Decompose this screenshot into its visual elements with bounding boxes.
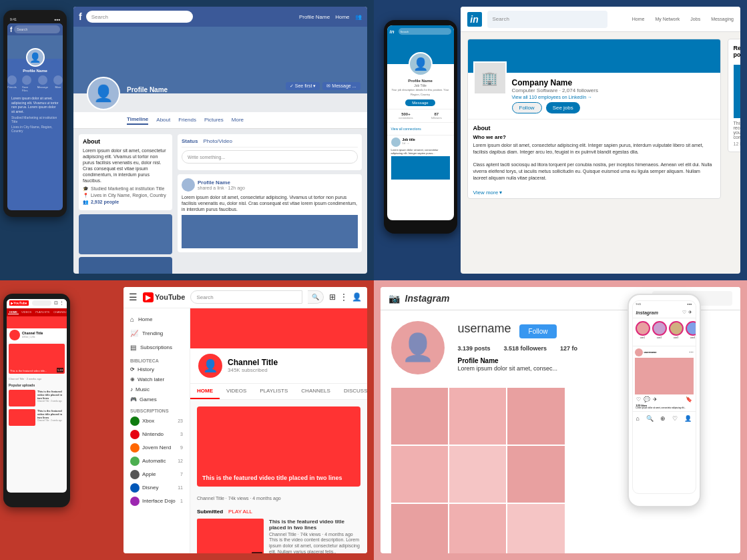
yt-menu-icon[interactable]: ☰ (129, 292, 138, 302)
yt-tab-home[interactable]: HOME (190, 384, 220, 399)
ig-phone-story-3[interactable]: user3 (669, 321, 684, 343)
fb-nav-home[interactable]: Home (335, 14, 349, 20)
yt-sidebar-home[interactable]: ⌂ Home (123, 312, 190, 326)
yt-phone-nav-channels[interactable]: CHANNELS (52, 310, 67, 314)
fb-tab-pictures[interactable]: Pictures (204, 117, 224, 124)
yt-phone-subs: 435k | 1,6k (22, 335, 43, 338)
fb-phone-search[interactable]: Search (17, 27, 27, 31)
yt-tab-discussion[interactable]: DISCUSSION (337, 384, 367, 399)
ig-phone-comment-icon[interactable]: 💬 (644, 396, 650, 402)
fb-tab-about[interactable]: About (156, 117, 170, 124)
ig-grid-item-2[interactable] (449, 388, 506, 445)
yt-phone-cast-icon[interactable]: ⊡ (54, 300, 58, 306)
li-phone-connections-link[interactable]: View all connections (387, 125, 454, 132)
yt-phone-video-item-2[interactable]: This is the featured video title placed … (7, 408, 67, 427)
yt-games-item[interactable]: 🎮 Games (123, 394, 190, 404)
ig-grid-item-8[interactable] (449, 504, 506, 553)
ig-grid-item-6[interactable] (507, 446, 564, 503)
yt-music-item[interactable]: ♪ Music (123, 384, 190, 394)
li-phone-search[interactable]: Search (401, 30, 409, 33)
li-search-input[interactable]: Search (487, 11, 607, 28)
li-nav-messaging[interactable]: Messaging (711, 17, 734, 21)
fb-write-input[interactable]: Write something... (182, 150, 358, 164)
yt-tab-videos[interactable]: VIDEOS (220, 384, 253, 399)
li-nav-network[interactable]: My Network (655, 17, 680, 21)
yt-phone-featured-video[interactable]: This is the featured video title... 5:19 (9, 344, 65, 374)
yt-sub-automatic[interactable]: Automatic 12 (123, 455, 190, 468)
ig-phone-bookmark-icon[interactable]: 🔖 (686, 396, 692, 402)
ig-phone-like-icon[interactable]: ♡ (636, 396, 641, 402)
fb-friends-btn[interactable]: ✓ See first ▾ (286, 82, 320, 90)
yt-play-all-btn[interactable]: PLAY ALL (228, 509, 252, 515)
yt-phone-search[interactable] (32, 300, 51, 306)
yt-sub-xbox[interactable]: Xbox 23 (123, 414, 190, 428)
ig-profile-avatar: 👤 (391, 321, 445, 374)
yt-sub-disney-avatar (130, 483, 140, 493)
yt-sub-interfacedojo[interactable]: Interface Dojo 1 (123, 495, 190, 508)
li-post-image (734, 65, 741, 118)
li-nav-jobs[interactable]: Jobs (690, 17, 700, 21)
ig-phone-send-icon[interactable]: ✈ (688, 310, 692, 315)
li-nav-home[interactable]: Home (632, 17, 645, 21)
li-jobs-btn[interactable]: See jobs (546, 102, 580, 113)
yt-tab-channels[interactable]: CHANNELS (294, 384, 337, 399)
yt-games-label: Games (140, 396, 157, 402)
fb-friends-icon[interactable]: 👥 (355, 14, 362, 20)
yt-search-btn[interactable]: 🔍 (308, 290, 324, 304)
li-phone-message-btn[interactable]: Message (405, 99, 435, 106)
yt-sidebar-trending[interactable]: 📈 Trending (123, 326, 190, 340)
ig-phone-share-icon[interactable]: ✈ (653, 396, 658, 402)
fb-photo-label[interactable]: Photo/Video (203, 138, 232, 144)
yt-search-input[interactable]: Search (190, 290, 302, 304)
ig-grid-item-1[interactable] (391, 388, 448, 445)
yt-upload-icon[interactable]: ⊞ (329, 292, 336, 302)
yt-sub-nintendo[interactable]: Nintendo 3 (123, 428, 190, 441)
yt-phone-nav-playlists[interactable]: PLAYLISTS (34, 310, 51, 314)
ig-phone-nav-search[interactable]: 🔍 (646, 415, 654, 422)
li-employees-link[interactable]: View all 110 employees on LinkedIn → (512, 95, 593, 99)
ig-phone-story-2[interactable]: user2 (652, 321, 667, 343)
yt-phone-more-icon[interactable]: ⋮ (59, 300, 64, 306)
ig-phone-story-avatar-2 (652, 321, 667, 336)
ig-grid-item-5[interactable] (449, 446, 506, 503)
yt-phone-nav-videos[interactable]: VIDEOS (20, 310, 33, 314)
fb-message-btn[interactable]: ✉ Message ... (322, 82, 360, 90)
ig-follow-btn[interactable]: Follow (519, 324, 557, 338)
yt-history-item[interactable]: ⟳ History (123, 364, 190, 374)
fb-lives-text: Lives in City Name, Region, Country (91, 193, 166, 198)
ig-phone-story-4[interactable]: user4 (686, 321, 696, 343)
li-recent-post-title: Recent post (734, 45, 741, 58)
yt-featured-video[interactable]: This is the featured video title placed … (197, 406, 360, 487)
fb-nav-profile[interactable]: Profile Name (299, 14, 330, 20)
yt-avatar-icon[interactable]: 👤 (352, 292, 362, 302)
yt-sub-jovemnerd[interactable]: Jovem Nerd 9 (123, 441, 190, 455)
yt-video-item-1[interactable]: 5:19 This is the featured video title pl… (197, 519, 360, 554)
ig-phone-nav-heart[interactable]: ♡ (672, 415, 678, 422)
li-view-more[interactable]: View more ▾ (468, 187, 720, 198)
fb-tab-timeline[interactable]: Timeline (127, 116, 148, 125)
fb-status-label[interactable]: Status (182, 138, 198, 144)
fb-tab-friends[interactable]: Friends (178, 117, 196, 124)
ig-phone-heart-icon[interactable]: ♡ (682, 310, 686, 315)
ig-phone-nav-add[interactable]: ⊕ (660, 415, 666, 422)
yt-watchlater-icon: ⊕ (130, 376, 135, 382)
ig-phone-story-1[interactable]: user1 (636, 321, 650, 343)
ig-grid-item-3[interactable] (507, 388, 564, 445)
ig-grid-item-9[interactable] (507, 504, 564, 553)
yt-sub-apple[interactable]: Apple 7 (123, 468, 190, 481)
ig-phone-nav-profile[interactable]: 👤 (684, 415, 692, 422)
yt-watchlater-item[interactable]: ⊕ Watch later (123, 374, 190, 384)
ig-grid-item-4[interactable] (391, 446, 448, 503)
yt-apps-icon[interactable]: ⋮ (340, 292, 348, 302)
fb-tab-more[interactable]: More (232, 117, 244, 124)
fb-search-input[interactable]: Search (86, 11, 193, 23)
yt-phone-video-item-1[interactable]: This is the featured video title placed … (7, 388, 67, 408)
ig-phone-nav-home[interactable]: ⌂ (636, 415, 640, 422)
ig-grid-item-7[interactable] (391, 504, 448, 553)
yt-tab-playlists[interactable]: PLAYLISTS (253, 384, 294, 399)
yt-sidebar-subscriptions[interactable]: ▤ Subscriptions (123, 340, 190, 354)
yt-sub-disney[interactable]: Disney 11 (123, 481, 190, 495)
ig-phone-more-icon[interactable]: ⋯ (689, 350, 694, 355)
yt-phone-nav-home[interactable]: HOME (8, 310, 19, 314)
li-follow-btn[interactable]: Follow (512, 102, 542, 113)
